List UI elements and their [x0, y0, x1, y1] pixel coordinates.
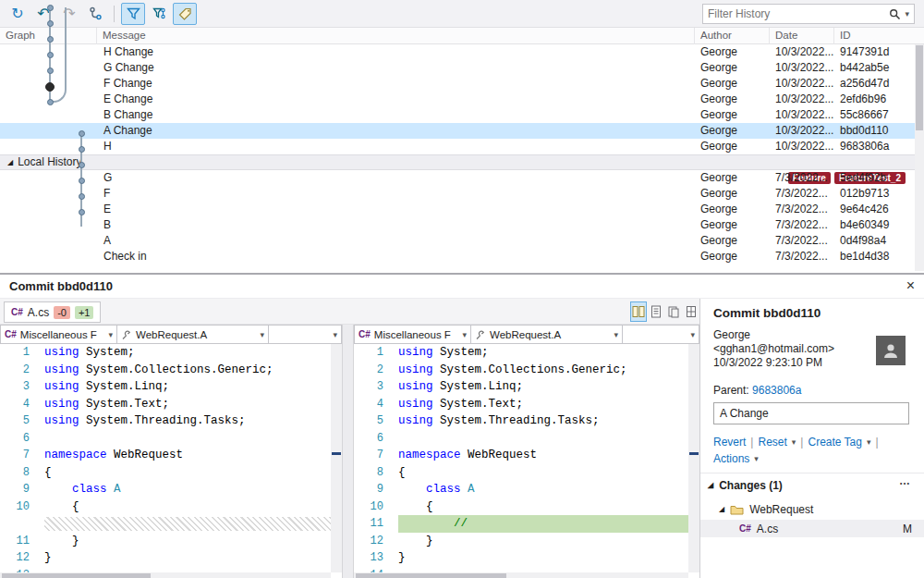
show-tags-button[interactable] [173, 3, 197, 25]
filter-history-input[interactable]: Filter History ▾ [702, 4, 915, 24]
close-icon[interactable]: × [906, 278, 915, 293]
line-number: 9 [354, 481, 398, 498]
right-member-dropdown[interactable]: ▾ [623, 325, 699, 344]
line-number: 2 [354, 362, 398, 379]
create-tag-caret-icon[interactable]: ▾ [867, 437, 871, 447]
changed-folder-row[interactable]: ◢ WebRequest [719, 500, 813, 518]
history-row-bbd0d110[interactable]: A ChangeGeorge10/3/2022...bbd0d110 [0, 123, 915, 139]
inline-diff-button[interactable] [648, 301, 664, 322]
commit-message: H [103, 139, 112, 154]
diff-placeholder-line [0, 515, 331, 533]
parent-commit-link[interactable]: 9683806a [752, 384, 801, 397]
history-scrollbar[interactable] [915, 44, 924, 271]
code-text: { [398, 498, 688, 516]
changes-section-header[interactable]: ◢ Changes (1) [708, 476, 783, 495]
history-row-b4e60349[interactable]: BGeorge7/3/2022...b4e60349 [0, 217, 915, 233]
column-header-date[interactable]: Date [770, 28, 834, 44]
right-pane-scrollbar[interactable] [688, 344, 699, 572]
revert-link[interactable]: Revert [713, 436, 746, 449]
history-row-a256d47d[interactable]: F ChangeGeorge10/3/2022...a256d47d [0, 76, 915, 92]
filter-history-button[interactable] [121, 3, 145, 25]
history-row-55c86667[interactable]: B ChangeGeorge10/3/2022...55c86667 [0, 107, 915, 123]
commit-id: be1d4d38 [840, 249, 889, 264]
right-type-dropdown[interactable]: WebRequest.A ▾ [471, 325, 623, 344]
right-project-dropdown[interactable]: C# Miscellaneous F ▾ [354, 325, 471, 344]
code-text [398, 430, 688, 448]
left-pane-horizontal-scrollbar[interactable] [0, 572, 331, 578]
go-to-child-button[interactable]: ↷ [57, 3, 81, 25]
diff-view-toolbar [630, 301, 699, 322]
history-row-9683806a[interactable]: HGeorge10/3/2022...9683806a [0, 139, 915, 154]
pane-splitter[interactable] [342, 325, 354, 578]
compare-commits-icon [89, 6, 103, 20]
chevron-down-icon: ▾ [614, 330, 618, 339]
local-history-section-header[interactable]: ◢Local History [0, 154, 915, 170]
line-number: 2 [0, 362, 44, 379]
history-row-012b9713[interactable]: FGeorge7/3/2022...012b9713 [0, 186, 915, 202]
code-line: 4using System.Text; [0, 396, 331, 413]
go-to-parent-button[interactable]: ↶ [31, 3, 55, 25]
open-right-file-button[interactable] [683, 301, 699, 322]
right-hscroll-thumb[interactable] [356, 573, 506, 578]
left-file-icon [667, 305, 680, 318]
filter-branches-button[interactable] [147, 3, 171, 25]
commit-author: George [700, 92, 737, 107]
code-line: 10 { [354, 498, 688, 516]
actions-menu[interactable]: Actions ▾ [713, 452, 759, 465]
reset-link[interactable]: Reset [758, 436, 786, 449]
diff-change-marker [689, 452, 699, 455]
history-row-2efd6b96[interactable]: E ChangeGeorge10/3/2022...2efd6b96 [0, 92, 915, 107]
column-header-message[interactable]: Message [97, 28, 695, 44]
reset-caret-icon[interactable]: ▾ [792, 437, 796, 447]
right-pane-horizontal-scrollbar[interactable] [354, 572, 688, 578]
open-left-file-button[interactable] [665, 301, 682, 322]
history-row-9147391d[interactable]: H ChangeGeorge10/3/2022...9147391d [0, 44, 915, 60]
commit-message-input[interactable]: A Change [713, 402, 909, 424]
commit-author-email: <gghan1@hotmail.com> [713, 342, 834, 355]
history-row-5ed4f92b[interactable]: GFeatureFeatureTest_2George7/3/2022...5e… [0, 170, 915, 186]
commit-date: 7/3/2022... [775, 170, 828, 186]
refresh-icon: ↻ [11, 6, 23, 21]
chevron-down-icon: ▾ [690, 330, 695, 339]
left-pane-scrollbar[interactable] [331, 344, 342, 572]
code-text: namespace WebRequest [44, 447, 331, 464]
left-type-dropdown[interactable]: WebRequest.A ▾ [117, 325, 269, 344]
changes-overflow-menu[interactable]: … [899, 474, 911, 487]
line-number: 11 [0, 533, 44, 550]
create-tag-link[interactable]: Create Tag [808, 436, 861, 449]
commit-author: George [700, 139, 737, 154]
changed-file-row[interactable]: C# A.cs M [700, 520, 924, 537]
left-project-dropdown[interactable]: C# Miscellaneous F ▾ [0, 325, 117, 344]
history-row-0d4f98a4[interactable]: AGeorge7/3/2022...0d4f98a4 [0, 233, 915, 249]
history-row-b442ab5e[interactable]: G ChangeGeorge10/3/2022...b442ab5e [0, 60, 915, 76]
changed-folder-name: WebRequest [749, 503, 813, 516]
commit-message: E [103, 202, 111, 217]
side-by-side-diff-button[interactable] [630, 301, 647, 322]
column-header-graph[interactable]: Graph [0, 28, 97, 44]
left-member-dropdown[interactable]: ▾ [269, 325, 342, 344]
left-hscroll-thumb[interactable] [2, 573, 151, 578]
code-line: 6 [0, 430, 331, 448]
diff-editor-left[interactable]: 1using System;2using System.Collections.… [0, 344, 331, 572]
diff-editor-right[interactable]: 1using System;2using System.Collections.… [354, 344, 688, 572]
file-tab-label: A.cs [28, 306, 49, 319]
code-text: } [398, 549, 688, 567]
history-scrollbar-thumb[interactable] [916, 45, 923, 130]
commit-date: 7/3/2022... [775, 217, 828, 233]
history-row-9e64c426[interactable]: EGeorge7/3/2022...9e64c426 [0, 202, 915, 217]
diff-pane-left: C# Miscellaneous F ▾ WebRequest.A ▾ ▾ 1u… [0, 325, 342, 578]
commit-author-name: George [713, 328, 750, 341]
column-header-author[interactable]: Author [695, 28, 770, 44]
column-header-id[interactable]: ID [834, 28, 915, 44]
code-text [44, 430, 331, 448]
history-row-be1d4d38[interactable]: Check inGeorge7/3/2022...be1d4d38 [0, 249, 915, 264]
branch-filter-icon [152, 7, 166, 20]
compare-commits-button[interactable] [83, 3, 107, 25]
line-number: 4 [354, 396, 398, 413]
commit-date: 7/3/2022... [775, 202, 828, 217]
inline-diff-icon [650, 305, 663, 318]
commit-panel-header: Commit bbd0d110 × [0, 275, 924, 299]
file-tab[interactable]: C# A.cs -0 +1 [4, 301, 101, 323]
search-options-caret-icon[interactable]: ▾ [905, 9, 909, 18]
refresh-button[interactable]: ↻ [6, 3, 30, 25]
